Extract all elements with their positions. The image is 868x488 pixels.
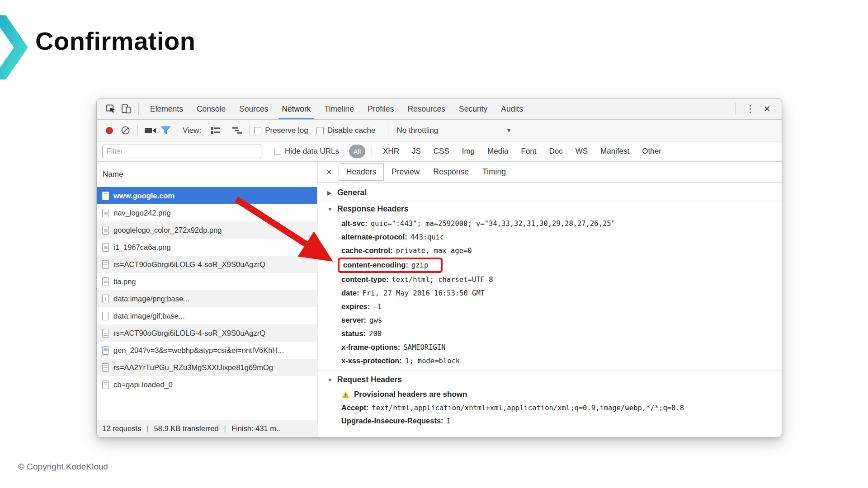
request-row-googlelogo[interactable]: googlelogo_color_272x92dp.png (97, 221, 317, 239)
request-row-cb-gapi[interactable]: cb=gapi.loaded_0 (97, 376, 317, 393)
header-value: 1; mode=block (405, 357, 460, 365)
tab-security[interactable]: Security (452, 99, 494, 119)
tab-network[interactable]: Network (275, 99, 317, 119)
hide-data-urls-toggle[interactable]: Hide data URLs (274, 147, 339, 156)
red-highlight-box: content-encodinggzip (338, 258, 443, 273)
response-header-row: content-typetext/html; charset=UTF-8 (317, 273, 782, 286)
divider (249, 125, 250, 136)
tab-timing[interactable]: Timing (476, 164, 513, 180)
preserve-log-toggle[interactable]: Preserve log (254, 126, 308, 135)
tab-resources[interactable]: Resources (401, 99, 452, 119)
tab-elements[interactable]: Elements (143, 99, 190, 119)
header-value: Fri, 27 May 2016 16:53:50 GMT (362, 289, 485, 297)
filter-type-font[interactable]: Font (514, 147, 542, 156)
document-icon (102, 363, 109, 372)
divider (372, 145, 372, 157)
overflow-menu-icon[interactable]: ⋮ (740, 103, 760, 114)
disable-cache-toggle[interactable]: Disable cache (316, 126, 376, 135)
transferred-size: 58.9 KB transferred (154, 424, 219, 433)
view-waterfall-icon[interactable] (229, 123, 245, 138)
inspect-element-icon[interactable] (103, 101, 118, 117)
header-name: x-frame-options (341, 343, 400, 351)
request-rows: www.google.com nav_logo242.png googlelog… (97, 187, 317, 420)
request-row-data-png[interactable]: data:image/png;base... (97, 290, 317, 307)
tab-preview[interactable]: Preview (385, 164, 426, 180)
header-value: SAMEORIGIN (403, 343, 445, 352)
tab-headers[interactable]: Headers (339, 163, 384, 181)
request-row-rs-act-1[interactable]: rs=ACT90oGbrgi6iLOLG-4-soR_X9S0uAgzrQ (97, 256, 317, 273)
filter-type-other[interactable]: Other (636, 147, 668, 156)
header-value: 1 (447, 417, 451, 425)
document-icon (102, 192, 109, 200)
clear-icon[interactable] (118, 123, 133, 138)
tab-audits[interactable]: Audits (494, 99, 530, 119)
filter-type-ws[interactable]: WS (569, 147, 594, 156)
header-name: x-xss-protection (341, 357, 402, 365)
tab-console[interactable]: Console (190, 99, 232, 119)
response-header-row: alt-svcquic=":443"; ma=2592000; v="34,33… (317, 217, 782, 230)
filter-type-media[interactable]: Media (481, 147, 514, 156)
filter-type-all[interactable]: All (349, 145, 365, 158)
devtools-tabbar: Elements Console Sources Network Timelin… (97, 99, 782, 120)
header-name: content-type (341, 275, 389, 283)
image-icon (102, 243, 109, 252)
header-name: alternate-protocol (341, 233, 407, 241)
pages-icon (102, 346, 109, 355)
tab-timeline[interactable]: Timeline (318, 99, 361, 119)
filter-type-xhr[interactable]: XHR (377, 147, 406, 156)
header-value: gzip (411, 261, 428, 269)
kodekloud-chevron-logo (0, 14, 28, 81)
slide: Confirmation © Copyright KodeKloud Eleme… (0, 0, 868, 488)
request-row-tia[interactable]: tia.png (97, 273, 317, 290)
screenshot-camera-icon[interactable] (142, 123, 158, 138)
header-value: 200 (369, 330, 382, 338)
header-name: alt-svc (341, 219, 368, 227)
header-value: gws (369, 316, 382, 324)
general-section-toggle[interactable]: ▶ General (317, 185, 782, 201)
request-row-data-gif[interactable]: data:image/gif;base... (97, 307, 317, 324)
throttling-dropdown[interactable]: No throttling ▼ (396, 126, 512, 135)
network-status-bar: 12 requests | 58.9 KB transferred | Fini… (97, 420, 317, 437)
header-value: private, max-age=0 (396, 247, 472, 255)
filter-type-manifest[interactable]: Manifest (594, 147, 636, 156)
header-name: expires (341, 302, 370, 310)
blank-icon (102, 312, 109, 320)
request-row-rs-act-2[interactable]: rs=ACT90oGbrgi6iLOLG-4-soR_X9S0uAgzrQ (97, 324, 317, 342)
requests-count: 12 requests (102, 424, 141, 433)
request-row-nav-logo[interactable]: nav_logo242.png (97, 204, 317, 221)
request-row-i1[interactable]: i1_1967ca6a.png (97, 239, 317, 256)
record-button[interactable] (106, 127, 113, 134)
preserve-log-checkbox[interactable] (254, 127, 261, 134)
request-row-www-google-com[interactable]: www.google.com (97, 187, 317, 204)
filter-input[interactable] (102, 145, 261, 158)
chevron-down-icon: ▼ (327, 206, 333, 212)
disable-cache-checkbox[interactable] (316, 127, 324, 134)
request-row-gen-204[interactable]: gen_204?v=3&s=webhp&atyp=csi&ei=nntIV6Kh… (97, 342, 317, 359)
divider (388, 125, 388, 136)
header-value: 443:quic (410, 233, 444, 241)
header-name: server (341, 316, 366, 324)
tab-sources[interactable]: Sources (232, 99, 275, 119)
name-column-header[interactable]: Name (97, 162, 317, 187)
tab-profiles[interactable]: Profiles (361, 99, 401, 119)
close-detail-icon[interactable]: × (317, 166, 338, 178)
response-header-row: x-xss-protection1; mode=block (317, 354, 782, 368)
request-headers-section-toggle[interactable]: ▼ Request Headers (317, 371, 782, 388)
header-name: Upgrade-Insecure-Requests (341, 417, 443, 425)
hide-data-urls-checkbox[interactable] (274, 148, 281, 155)
header-value: text/html,application/xhtml+xml,applicat… (372, 404, 684, 412)
filter-type-doc[interactable]: Doc (542, 147, 569, 156)
document-icon (102, 380, 109, 389)
filter-type-js[interactable]: JS (406, 147, 427, 156)
device-toolbar-icon[interactable] (118, 101, 134, 117)
header-name: content-encoding (343, 261, 408, 269)
view-list-icon[interactable] (208, 123, 223, 138)
filter-type-img[interactable]: Img (456, 147, 481, 156)
response-headers-section-toggle[interactable]: ▼ Response Headers (317, 201, 782, 217)
close-devtools-icon[interactable]: ✕ (760, 103, 777, 114)
filter-type-css[interactable]: CSS (427, 147, 456, 156)
devtools-window: Elements Console Sources Network Timelin… (96, 98, 782, 437)
filter-funnel-icon[interactable] (158, 123, 173, 138)
tab-response[interactable]: Response (426, 164, 476, 180)
request-row-rs-aa2[interactable]: rs=AA2YrTuPGu_RZu3MgSXXfJixpe81g69mOg (97, 359, 317, 376)
